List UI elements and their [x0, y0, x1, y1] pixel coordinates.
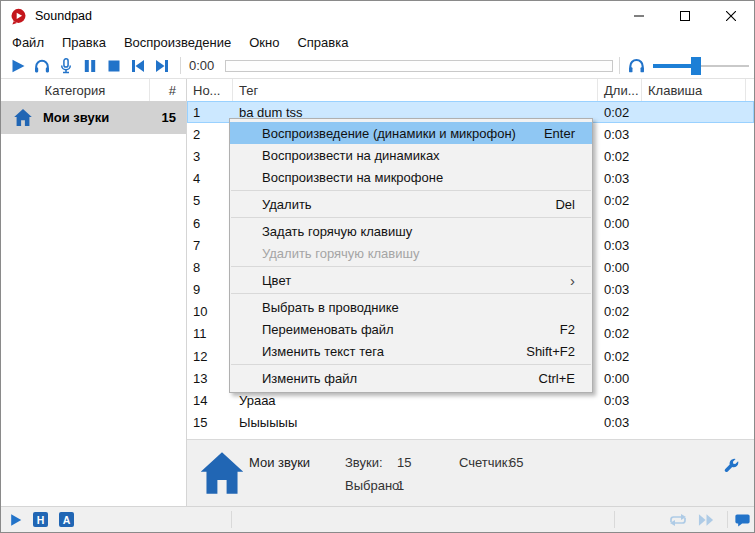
- cell-number: 15: [187, 415, 233, 430]
- cell-duration: 0:02: [598, 149, 642, 164]
- cell-duration: 0:03: [598, 171, 642, 186]
- context-menu-item[interactable]: Изменить текст тегаShift+F2: [230, 340, 592, 362]
- menu-item-файл[interactable]: Файл: [3, 33, 53, 52]
- volume-slider[interactable]: [653, 57, 749, 75]
- tag-column-header[interactable]: Тег: [233, 79, 598, 101]
- context-menu-item[interactable]: Выбрать в проводнике: [230, 296, 592, 318]
- next-button[interactable]: [150, 55, 174, 77]
- statusbar-separator: [614, 511, 615, 528]
- status-bar: H A: [1, 506, 754, 532]
- category-column-header[interactable]: Категория: [1, 79, 150, 101]
- cell-tag: Ыыыыыы: [233, 415, 598, 430]
- play-button[interactable]: [6, 55, 30, 77]
- table-row[interactable]: 15Ыыыыыы0:03: [187, 412, 754, 434]
- current-category-label: Мои звуки: [249, 455, 310, 470]
- headphones-button[interactable]: [30, 55, 54, 77]
- menu-item-label: Удалить горячую клавишу: [262, 246, 575, 261]
- cell-number: 6: [187, 216, 233, 231]
- category-count: 15: [162, 110, 176, 125]
- hotkeys-badge[interactable]: H: [33, 512, 48, 527]
- stop-button[interactable]: [102, 55, 126, 77]
- title-bar: Soundpad: [1, 1, 754, 31]
- menu-item-label: Цвет: [262, 273, 554, 288]
- statusbar-separator: [727, 511, 728, 528]
- toolbar-separator: [180, 57, 181, 74]
- context-menu-item[interactable]: Изменить файлCtrl+E: [230, 367, 592, 389]
- headphones-icon: [34, 58, 50, 74]
- category-my-sounds[interactable]: Мои звуки 15: [1, 101, 186, 134]
- context-menu-item[interactable]: Воспроизведение (динамики и микрофон)Ent…: [230, 122, 592, 144]
- cell-duration: 0:02: [598, 105, 642, 120]
- menu-item-shortcut: Del: [555, 197, 575, 212]
- soundpad-logo-icon: [10, 8, 27, 25]
- key-column-header[interactable]: Клавиша: [642, 79, 746, 101]
- menu-item-label: Выбрать в проводнике: [262, 300, 575, 315]
- context-menu-item[interactable]: Задать горячую клавишу: [230, 220, 592, 242]
- pause-button[interactable]: [78, 55, 102, 77]
- playback-time: 0:00: [189, 58, 217, 73]
- category-panel-header: Категория #: [1, 79, 186, 101]
- menu-item-правка[interactable]: Правка: [53, 33, 115, 52]
- pause-icon: [82, 58, 98, 74]
- selected-value: 1: [397, 478, 404, 493]
- menu-item-воспроизведение[interactable]: Воспроизведение: [115, 33, 240, 52]
- menu-separator: [231, 217, 591, 218]
- context-menu-item[interactable]: Цвет›: [230, 269, 592, 291]
- window-title: Soundpad: [35, 9, 92, 23]
- number-column-header[interactable]: Но...: [187, 79, 233, 101]
- menu-item-label: Изменить текст тега: [262, 344, 510, 359]
- play-icon: [10, 58, 26, 74]
- menu-item-label: Воспроизвести на микрофоне: [262, 170, 575, 185]
- context-menu-item[interactable]: Удалить горячую клавишу: [230, 242, 592, 264]
- repeat-icon[interactable]: [667, 513, 689, 527]
- cell-number: 10: [187, 304, 233, 319]
- context-menu-item[interactable]: Переименовать файлF2: [230, 318, 592, 340]
- context-menu-item[interactable]: УдалитьDel: [230, 193, 592, 215]
- cell-number: 1: [187, 105, 233, 120]
- cell-number: 4: [187, 171, 233, 186]
- menu-item-label: Переименовать файл: [262, 322, 544, 337]
- autoplay-badge[interactable]: A: [59, 512, 74, 527]
- cell-number: 2: [187, 127, 233, 142]
- cell-duration: 0:00: [598, 371, 642, 386]
- menu-item-shortcut: F2: [560, 322, 575, 337]
- menu-separator: [231, 190, 591, 191]
- counter-value: 65: [509, 455, 523, 470]
- menu-item-label: Изменить файл: [262, 371, 523, 386]
- cell-number: 5: [187, 193, 233, 208]
- cell-duration: 0:00: [598, 216, 642, 231]
- context-menu-item[interactable]: Воспроизвести на микрофоне: [230, 166, 592, 188]
- close-button[interactable]: [708, 1, 754, 31]
- context-menu: Воспроизведение (динамики и микрофон)Ent…: [229, 118, 593, 393]
- stop-icon: [106, 58, 122, 74]
- count-column-header[interactable]: #: [150, 79, 186, 101]
- cell-duration: 0:02: [598, 349, 642, 364]
- cell-duration: 0:02: [598, 304, 642, 319]
- menu-item-справка[interactable]: Справка: [288, 33, 357, 52]
- toolbar-separator: [619, 57, 620, 74]
- settings-wrench-icon[interactable]: [723, 455, 740, 472]
- playback-progress-bar[interactable]: [225, 60, 613, 72]
- menu-item-label: Задать горячую клавишу: [262, 224, 575, 239]
- selected-label: Выбрано:: [345, 478, 403, 493]
- previous-button[interactable]: [126, 55, 150, 77]
- menu-item-окно[interactable]: Окно: [240, 33, 288, 52]
- chat-bubble-icon[interactable]: [735, 513, 750, 527]
- soundpad-window: Soundpad ФайлПравкаВоспроизведениеОкноСп…: [0, 0, 755, 533]
- play-status-icon[interactable]: [9, 513, 23, 527]
- duration-column-header[interactable]: Дли...: [598, 79, 642, 101]
- cell-number: 7: [187, 238, 233, 253]
- statusbar-separator: [231, 511, 232, 528]
- continue-playback-icon[interactable]: [698, 514, 715, 526]
- minimize-button[interactable]: [616, 1, 662, 31]
- window-controls: [616, 1, 754, 31]
- volume-fill: [653, 64, 696, 68]
- microphone-icon: [58, 58, 74, 74]
- volume-thumb[interactable]: [691, 57, 701, 75]
- maximize-button[interactable]: [662, 1, 708, 31]
- context-menu-item[interactable]: Воспроизвести на динамиках: [230, 144, 592, 166]
- cell-duration: 0:03: [598, 282, 642, 297]
- menu-separator: [231, 266, 591, 267]
- microphone-button[interactable]: [54, 55, 78, 77]
- menu-bar: ФайлПравкаВоспроизведениеОкноСправка: [1, 31, 754, 53]
